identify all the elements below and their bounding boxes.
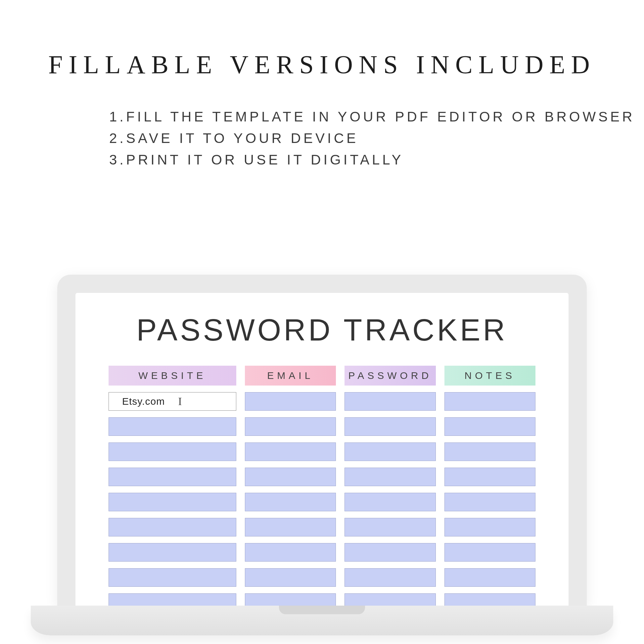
notes-input-row-4[interactable]	[444, 468, 535, 486]
tracker-table: WEBSITE EMAIL PASSWORD NOTES Etsy.com I	[109, 366, 535, 606]
laptop-mockup: PASSWORD TRACKER WEBSITE EMAIL PASSWORD …	[57, 275, 587, 635]
notes-input-row-5[interactable]	[444, 493, 535, 511]
notes-input-row-1[interactable]	[444, 392, 535, 411]
website-input-row-1[interactable]: Etsy.com I	[109, 392, 236, 411]
website-input-row-8[interactable]	[109, 568, 236, 587]
email-input-row-5[interactable]	[245, 493, 336, 511]
column-header-website: WEBSITE	[109, 366, 236, 386]
document-title: PASSWORD TRACKER	[109, 313, 535, 347]
website-input-row-5[interactable]	[109, 493, 236, 511]
email-input-row-6[interactable]	[245, 518, 336, 536]
email-input-row-1[interactable]	[245, 392, 336, 411]
notes-input-row-3[interactable]	[444, 442, 535, 461]
email-input-row-9[interactable]	[245, 593, 336, 606]
notes-input-row-9[interactable]	[444, 593, 535, 606]
password-input-row-3[interactable]	[345, 442, 436, 461]
website-input-row-2[interactable]	[109, 417, 236, 436]
password-input-row-6[interactable]	[345, 518, 436, 536]
website-input-row-4[interactable]	[109, 468, 236, 486]
column-header-notes: NOTES	[444, 366, 535, 386]
email-input-row-3[interactable]	[245, 442, 336, 461]
website-input-row-9[interactable]	[109, 593, 236, 606]
laptop-screen: PASSWORD TRACKER WEBSITE EMAIL PASSWORD …	[75, 293, 569, 606]
website-input-row-7[interactable]	[109, 543, 236, 562]
text-cursor-icon: I	[178, 395, 182, 408]
email-input-row-2[interactable]	[245, 417, 336, 436]
instruction-step-2: 2.SAVE IT TO YOUR DEVICE	[109, 127, 644, 149]
column-header-password: PASSWORD	[345, 366, 436, 386]
notes-input-row-8[interactable]	[444, 568, 535, 587]
email-input-row-7[interactable]	[245, 543, 336, 562]
website-input-row-3[interactable]	[109, 442, 236, 461]
notes-input-row-2[interactable]	[444, 417, 535, 436]
password-input-row-9[interactable]	[345, 593, 436, 606]
website-input-value: Etsy.com	[122, 396, 165, 407]
password-input-row-7[interactable]	[345, 543, 436, 562]
website-input-row-6[interactable]	[109, 518, 236, 536]
notes-input-row-6[interactable]	[444, 518, 535, 536]
instructions-list: 1.FILL THE TEMPLATE IN YOUR PDF EDITOR O…	[109, 106, 644, 170]
column-header-email: EMAIL	[245, 366, 336, 386]
document-page: PASSWORD TRACKER WEBSITE EMAIL PASSWORD …	[75, 293, 569, 606]
password-input-row-1[interactable]	[345, 392, 436, 411]
laptop-screen-frame: PASSWORD TRACKER WEBSITE EMAIL PASSWORD …	[57, 275, 587, 606]
password-input-row-4[interactable]	[345, 468, 436, 486]
email-input-row-4[interactable]	[245, 468, 336, 486]
password-input-row-2[interactable]	[345, 417, 436, 436]
password-input-row-8[interactable]	[345, 568, 436, 587]
notes-input-row-7[interactable]	[444, 543, 535, 562]
instruction-step-3: 3.PRINT IT OR USE IT DIGITALLY	[109, 149, 644, 170]
laptop-base	[31, 606, 613, 635]
page-headline: FILLABLE VERSIONS INCLUDED	[0, 50, 644, 79]
email-input-row-8[interactable]	[245, 568, 336, 587]
instruction-step-1: 1.FILL THE TEMPLATE IN YOUR PDF EDITOR O…	[109, 106, 644, 127]
password-input-row-5[interactable]	[345, 493, 436, 511]
